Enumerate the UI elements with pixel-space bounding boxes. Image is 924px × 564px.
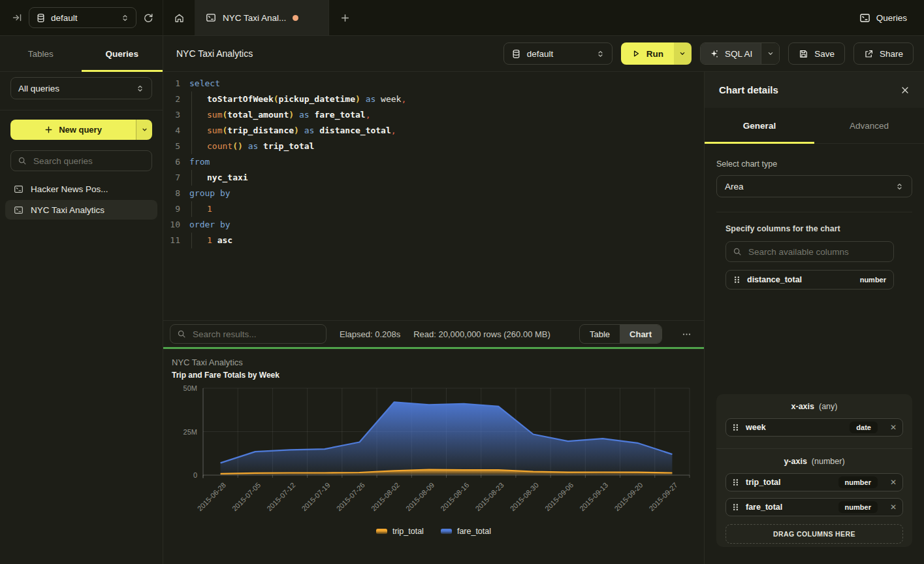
database-selector[interactable]: default — [503, 42, 613, 65]
database-selector-top[interactable]: default — [29, 7, 136, 28]
close-icon — [900, 86, 910, 95]
code-line: 5count() as trip_total — [163, 139, 704, 154]
column-type-badge: number — [838, 476, 878, 488]
view-toggle: Table Chart — [579, 324, 662, 344]
code-line: 1select — [163, 76, 704, 91]
query-toolbar: NYC Taxi Analytics default Run — [163, 36, 924, 71]
panel-tabs: General Advanced — [705, 108, 924, 144]
close-panel-button[interactable] — [900, 86, 910, 95]
tab-advanced-label: Advanced — [850, 121, 889, 131]
collapse-sidebar-button[interactable] — [12, 12, 22, 23]
search-icon — [733, 247, 742, 256]
home-tab-button[interactable] — [163, 0, 195, 35]
search-icon — [177, 329, 186, 339]
database-selector-value: default — [527, 49, 590, 59]
y-axis-column-fare-total[interactable]: fare_total number ✕ — [725, 498, 903, 516]
collapse-right-icon — [12, 12, 22, 23]
chart-type-select[interactable]: Area — [716, 175, 912, 197]
query-tab-title: NYC Taxi Anal... — [223, 13, 286, 23]
share-icon — [864, 49, 874, 59]
chevron-updown-icon — [596, 50, 605, 58]
chart-type-value: Area — [725, 182, 895, 191]
top-bar: default NYC Taxi Anal... Queries — [0, 0, 924, 36]
query-list-item-label: Hacker News Pos... — [31, 184, 108, 194]
results-more-button[interactable] — [675, 329, 697, 339]
sql-console-app: default NYC Taxi Anal... Queries — [0, 0, 924, 564]
tab-queries[interactable]: Queries — [82, 36, 163, 71]
database-icon — [36, 13, 46, 23]
search-columns-input[interactable] — [747, 246, 887, 257]
search-queries-input[interactable] — [32, 156, 145, 167]
legend-label: fare_total — [457, 527, 491, 536]
sql-ai-options-button[interactable] — [761, 43, 779, 64]
remove-column-button[interactable]: ✕ — [890, 478, 897, 487]
x-axis-column-week[interactable]: week date ✕ — [725, 418, 903, 437]
divider — [716, 448, 912, 449]
tab-advanced[interactable]: Advanced — [814, 108, 924, 143]
query-list-item-label: NYC Taxi Analytics — [31, 205, 104, 215]
home-icon — [174, 12, 185, 24]
svg-text:2015-07-05: 2015-07-05 — [231, 481, 262, 512]
query-tab[interactable]: NYC Taxi Anal... — [195, 0, 329, 35]
run-options-button[interactable] — [674, 42, 692, 65]
query-list-item[interactable]: Hacker News Pos... — [5, 179, 157, 199]
drop-zone[interactable]: DRAG COLUMNS HERE — [725, 524, 903, 544]
database-selector-value: default — [51, 13, 116, 23]
sql-editor[interactable]: 1select2toStartOfWeek(pickup_datetime) a… — [163, 72, 704, 320]
table-view-button[interactable]: Table — [580, 325, 620, 343]
search-columns-field[interactable] — [725, 241, 894, 262]
drag-handle-icon — [732, 503, 739, 511]
chart-view-button[interactable]: Chart — [620, 325, 661, 343]
save-button-label: Save — [814, 49, 835, 59]
chart-details-header: Chart details — [705, 72, 924, 108]
query-list-item-selected[interactable]: NYC Taxi Analytics — [5, 200, 157, 220]
new-query-button[interactable]: New query — [10, 120, 136, 140]
terminal-icon — [14, 205, 24, 215]
unsaved-dot — [293, 15, 298, 21]
search-results-input[interactable] — [191, 329, 319, 340]
column-type-badge: number — [838, 501, 878, 513]
remove-column-button[interactable]: ✕ — [890, 503, 897, 512]
svg-text:2015-08-02: 2015-08-02 — [370, 481, 401, 512]
area-chart[interactable]: 025M50M2015-06-282015-07-052015-07-12201… — [163, 379, 704, 524]
line-number: 6 — [163, 154, 180, 170]
share-button[interactable]: Share — [853, 42, 914, 65]
sql-ai-button[interactable]: SQL AI — [701, 43, 761, 64]
indent-guide — [191, 201, 207, 217]
column-name: trip_total — [746, 478, 780, 487]
y-axis-header: y-axis(number) — [725, 457, 903, 467]
queries-sidebar: All queries New query Hacker News Pos... — [0, 72, 163, 564]
search-results-field[interactable] — [170, 324, 327, 344]
svg-text:2015-09-06: 2015-09-06 — [543, 481, 575, 512]
panel-title: Chart details — [719, 84, 778, 95]
line-number: 8 — [163, 186, 180, 201]
new-query-options-button[interactable] — [136, 120, 152, 140]
y-axis-hint: (number) — [812, 457, 845, 466]
read-stat: Read: 20,000,000 rows (260.00 MB) — [413, 329, 550, 339]
run-button[interactable]: Run — [621, 42, 674, 65]
indent-guide — [191, 170, 207, 186]
terminal-icon — [14, 184, 24, 194]
tab-general-label: General — [743, 121, 776, 131]
tab-tables[interactable]: Tables — [0, 36, 82, 71]
share-button-label: Share — [880, 49, 903, 59]
save-button[interactable]: Save — [788, 42, 845, 65]
sql-ai-button-label: SQL AI — [725, 49, 752, 59]
tab-general[interactable]: General — [705, 108, 814, 143]
available-column-distance-total[interactable]: distance_total number — [725, 270, 894, 290]
chart-type-label: Select chart type — [716, 159, 912, 169]
remove-column-button[interactable]: ✕ — [890, 423, 897, 432]
refresh-button[interactable] — [143, 12, 153, 23]
queries-button[interactable]: Queries — [859, 12, 907, 24]
legend-item-trip-total[interactable]: trip_total — [376, 527, 424, 536]
terminal-icon — [206, 12, 216, 23]
drag-handle-icon — [732, 423, 739, 431]
code-line: 2toStartOfWeek(pickup_datetime) as week, — [163, 91, 704, 107]
new-tab-button[interactable] — [329, 0, 360, 35]
chart-panel: NYC Taxi Analytics Trip and Fare Totals … — [163, 349, 704, 564]
queries-filter-select[interactable]: All queries — [10, 77, 152, 99]
legend-item-fare-total[interactable]: fare_total — [441, 527, 491, 536]
indent-guide — [191, 91, 207, 107]
search-queries-field[interactable] — [10, 150, 152, 171]
y-axis-column-trip-total[interactable]: trip_total number ✕ — [725, 473, 903, 491]
